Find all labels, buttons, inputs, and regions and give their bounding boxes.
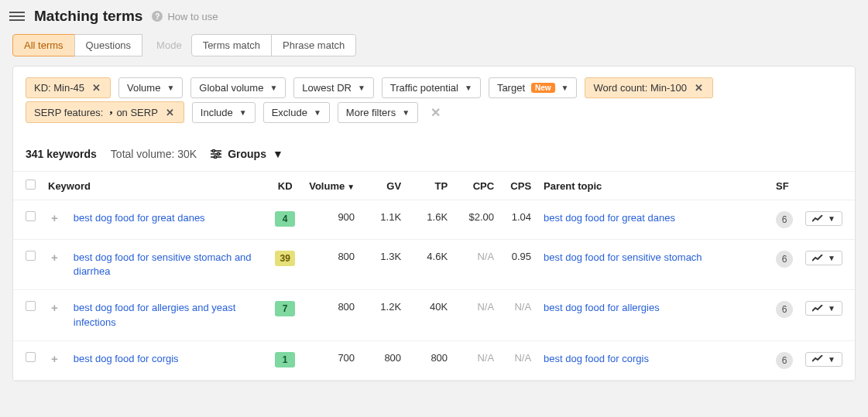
col-keyword[interactable]: Keyword <box>42 172 267 200</box>
row-checkbox[interactable] <box>26 251 36 261</box>
page-title: Matching terms <box>34 8 142 25</box>
row-checkbox[interactable] <box>26 352 36 362</box>
help-icon: ? <box>152 11 163 22</box>
filter-more[interactable]: More filters▼ <box>338 102 418 123</box>
chevron-down-icon: ▼ <box>402 108 410 117</box>
filter-volume[interactable]: Volume▼ <box>118 77 183 98</box>
groups-button[interactable]: Groups ▼ <box>211 148 283 160</box>
cell-volume: 900 <box>303 200 361 240</box>
kd-badge: 39 <box>275 251 295 266</box>
col-sf[interactable]: SF <box>770 172 799 200</box>
add-keyword-button[interactable]: + <box>48 211 61 224</box>
cell-cpc: N/A <box>454 290 500 340</box>
chevron-down-icon: ▼ <box>166 84 174 92</box>
select-all-checkbox[interactable] <box>26 179 36 190</box>
close-icon[interactable]: ✕ <box>164 107 176 118</box>
chevron-down-icon: ▼ <box>828 304 835 313</box>
tab-questions[interactable]: Questions <box>74 34 143 56</box>
keyword-link[interactable]: best dog food for corgis <box>74 352 179 366</box>
table-row: +best dog food for corgis1700800800N/AN/… <box>13 340 855 380</box>
mode-label: Mode <box>156 39 182 51</box>
cell-volume: 700 <box>303 340 361 380</box>
svg-point-4 <box>218 152 220 155</box>
filter-include[interactable]: Include▼ <box>192 102 256 123</box>
close-icon[interactable]: ✕ <box>693 82 705 94</box>
parent-topic-link[interactable]: best dog food for allergies <box>544 302 660 313</box>
total-volume: Total volume: 30K <box>111 148 197 160</box>
keyword-link[interactable]: best dog food for great danes <box>74 211 205 225</box>
filter-more-label: More filters <box>346 107 396 118</box>
filter-target[interactable]: Target New ▼ <box>489 77 578 98</box>
how-to-use-link[interactable]: ? How to use <box>152 11 218 22</box>
parent-topic-link[interactable]: best dog food for great danes <box>544 212 675 224</box>
cell-tp: 800 <box>407 340 454 380</box>
col-kd[interactable]: KD <box>267 172 303 200</box>
table-row: +best dog food for allergies and yeast i… <box>13 290 855 340</box>
close-icon[interactable]: ✕ <box>91 82 102 94</box>
sf-count[interactable]: 6 <box>776 352 793 369</box>
col-parent-topic[interactable]: Parent topic <box>537 172 770 200</box>
filter-include-label: Include <box>201 107 233 118</box>
col-cps[interactable]: CPS <box>500 172 537 200</box>
trend-icon <box>812 255 823 262</box>
filter-exclude-label: Exclude <box>272 107 307 118</box>
col-volume-label: Volume <box>309 180 345 192</box>
filter-exclude[interactable]: Exclude▼ <box>263 102 330 123</box>
col-gv[interactable]: GV <box>361 172 407 200</box>
row-checkbox[interactable] <box>26 211 36 221</box>
chevron-down-icon: ▼ <box>273 148 283 160</box>
serp-button[interactable]: ▼ <box>805 211 842 226</box>
trend-icon <box>812 355 823 363</box>
svg-point-3 <box>213 149 215 152</box>
filter-traffic-potential[interactable]: Traffic potential▼ <box>382 77 481 98</box>
cell-gv: 1.2K <box>361 290 407 340</box>
how-to-use-label: How to use <box>167 11 218 22</box>
chevron-down-icon: ▼ <box>358 84 365 92</box>
row-checkbox[interactable] <box>26 301 36 311</box>
filter-serp-features-label: SERP features: <box>34 107 103 118</box>
filter-kd[interactable]: KD: Min-45 ✕ <box>26 77 111 98</box>
groups-label: Groups <box>228 148 266 160</box>
serp-button[interactable]: ▼ <box>805 301 842 316</box>
add-keyword-button[interactable]: + <box>48 251 61 264</box>
filter-global-volume[interactable]: Global volume▼ <box>190 77 286 98</box>
keywords-count: 341 keywords <box>26 148 97 160</box>
cell-cps: N/A <box>500 290 537 340</box>
table-row: +best dog food for sensitive stomach and… <box>13 240 855 290</box>
chevron-down-icon: ▼ <box>465 84 472 92</box>
col-cpc[interactable]: CPC <box>454 172 500 200</box>
cell-volume: 800 <box>303 240 361 290</box>
add-keyword-button[interactable]: + <box>48 352 61 365</box>
chevron-down-icon: ▼ <box>828 254 835 262</box>
serp-button[interactable]: ▼ <box>805 352 842 367</box>
filter-serp-features[interactable]: SERP features: ,, on SERP ✕ <box>26 101 184 123</box>
sliders-icon <box>211 149 221 159</box>
parent-topic-link[interactable]: best dog food for corgis <box>544 353 649 364</box>
cell-gv: 1.3K <box>361 240 407 290</box>
col-tp[interactable]: TP <box>407 172 454 200</box>
sf-count[interactable]: 6 <box>776 211 793 228</box>
add-keyword-button[interactable]: + <box>48 301 61 314</box>
chevron-down-icon: ▼ <box>314 108 321 117</box>
chevron-down-icon: ▼ <box>239 108 247 117</box>
tab-all-terms[interactable]: All terms <box>12 34 75 56</box>
cell-cpc: N/A <box>454 240 500 290</box>
keyword-link[interactable]: best dog food for allergies and yeast in… <box>74 301 261 329</box>
tab-phrase-match[interactable]: Phrase match <box>271 34 356 56</box>
filter-target-label: Target <box>497 82 525 94</box>
sf-count[interactable]: 6 <box>776 251 793 268</box>
menu-icon[interactable] <box>9 9 25 23</box>
tab-terms-match[interactable]: Terms match <box>191 34 272 56</box>
filter-global-volume-label: Global volume <box>199 82 263 94</box>
sf-count[interactable]: 6 <box>776 301 793 318</box>
clear-filters[interactable]: ✕ <box>426 102 445 123</box>
filter-word-count[interactable]: Word count: Min-100 ✕ <box>585 77 712 98</box>
col-volume[interactable]: Volume▼ <box>303 172 361 200</box>
filter-kd-label: KD: Min-45 <box>34 82 84 94</box>
filter-lowest-dr[interactable]: Lowest DR▼ <box>293 77 373 98</box>
serp-button[interactable]: ▼ <box>805 251 842 265</box>
parent-topic-link[interactable]: best dog food for sensitive stomach <box>544 251 702 263</box>
filter-lowest-dr-label: Lowest DR <box>302 82 352 94</box>
keyword-link[interactable]: best dog food for sensitive stomach and … <box>74 251 261 279</box>
filter-volume-label: Volume <box>127 82 160 94</box>
